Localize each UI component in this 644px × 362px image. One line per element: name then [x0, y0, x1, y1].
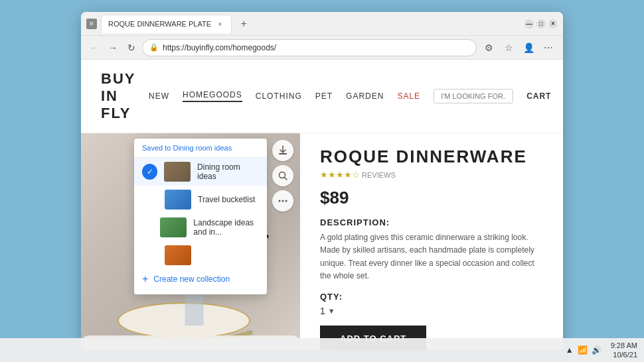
refresh-button[interactable]: ↻	[123, 40, 139, 56]
extra-spacer	[142, 247, 158, 263]
lock-icon: 🔒	[149, 43, 159, 52]
tab-title: ROQUE DINNERWARE PLATE	[108, 20, 211, 28]
collection-name-dining: Dining room ideas	[197, 162, 259, 181]
selected-check-icon: ✓	[142, 164, 157, 180]
site-nav: NEW HOMEGOODS CLOTHING PET GARDEN SALE	[149, 90, 420, 102]
url-text: https://buyinfly.com/homegoods/	[163, 43, 276, 52]
collection-item-extra[interactable]	[134, 241, 267, 269]
nav-new[interactable]: NEW	[149, 91, 169, 101]
new-tab-button[interactable]: +	[236, 16, 252, 32]
create-plus-icon: +	[142, 273, 148, 285]
save-popup-header: Saved to Dining room ideas	[134, 139, 267, 158]
product-image-area: Saved to Dining room ideas ✓ Dining room…	[81, 133, 300, 350]
description-text: A gold plating gives this ceramic dinner…	[320, 231, 543, 282]
browser-window: B ROQUE DINNERWARE PLATE × + — □ × ← → ↻…	[81, 12, 563, 350]
profile-button[interactable]: 👤	[519, 38, 538, 57]
more-options-button[interactable]	[272, 190, 293, 211]
browser-titlebar: B ROQUE DINNERWARE PLATE × + — □ ×	[81, 12, 563, 36]
network-icon: ▲	[566, 345, 574, 355]
toolbar-icons: ⚙ ☆ 👤 ⋯	[479, 38, 558, 57]
minimize-button[interactable]: —	[524, 19, 534, 29]
cart-button[interactable]: CART	[526, 91, 551, 101]
forward-button[interactable]: →	[105, 40, 121, 56]
svg-point-1	[280, 172, 285, 178]
travel-spacer	[142, 192, 158, 208]
search-input[interactable]	[434, 89, 513, 103]
back-button[interactable]: ←	[86, 40, 102, 56]
landscape-spacer	[142, 219, 153, 235]
create-collection-label: Create new collection	[153, 274, 230, 284]
qty-label: QTY:	[320, 292, 543, 302]
nav-clothing[interactable]: CLOTHING	[256, 91, 302, 101]
collection-name-landscape: Landscape ideas and in...	[193, 218, 259, 237]
product-layout: Saved to Dining room ideas ✓ Dining room…	[81, 133, 563, 350]
extensions-button[interactable]: ⚙	[479, 38, 498, 57]
travel-thumb	[165, 190, 191, 210]
qty-value: 1	[320, 306, 325, 316]
collection-item-landscape[interactable]: Landscape ideas and in...	[134, 213, 267, 241]
qty-chevron-icon[interactable]: ▼	[328, 307, 335, 315]
nav-sale[interactable]: SALE	[397, 91, 420, 101]
maximize-button[interactable]: □	[536, 19, 546, 29]
taskbar-date-display: 10/6/21	[611, 350, 637, 359]
create-collection-button[interactable]: + Create new collection	[134, 269, 267, 289]
wifi-icon: 📶	[578, 345, 588, 355]
taskbar-system-icons: ▲ 📶 🔊 9:28 AM 10/6/21	[566, 341, 637, 360]
save-popup: Saved to Dining room ideas ✓ Dining room…	[134, 139, 267, 294]
description-label: DESCRIPTION:	[320, 217, 543, 227]
page-content: BUY IN FLY NEW HOMEGOODS CLOTHING PET GA…	[81, 60, 563, 350]
save-image-button[interactable]	[272, 140, 293, 161]
svg-point-3	[282, 200, 284, 202]
product-price: $89	[320, 188, 543, 208]
product-info: ROQUE DINNERWARE ★★★★☆ REVIEWS $89 DESCR…	[300, 133, 563, 350]
nav-garden[interactable]: GARDEN	[346, 91, 384, 101]
favorites-button[interactable]: ☆	[499, 38, 518, 57]
plate-decoration	[118, 302, 250, 339]
nav-homegoods[interactable]: HOMEGOODS	[183, 90, 242, 102]
browser-tab[interactable]: ROQUE DINNERWARE PLATE ×	[101, 15, 232, 33]
browser-toolbar: ← → ↻ 🔒 https://buyinfly.com/homegoods/ …	[81, 36, 563, 60]
svg-point-4	[285, 200, 287, 202]
taskbar-time-display: 9:28 AM	[611, 341, 637, 350]
address-bar[interactable]: 🔒 https://buyinfly.com/homegoods/	[142, 39, 477, 56]
image-overlay-buttons	[272, 140, 293, 211]
product-reviews[interactable]: ★★★★☆ REVIEWS	[320, 170, 543, 180]
svg-rect-0	[279, 153, 287, 154]
taskbar: ▲ 📶 🔊 9:28 AM 10/6/21	[0, 338, 644, 362]
site-logo[interactable]: BUY IN FLY	[101, 70, 135, 122]
dining-room-thumb	[164, 162, 191, 182]
svg-point-2	[279, 200, 281, 202]
taskbar-datetime: 9:28 AM 10/6/21	[611, 341, 637, 360]
saved-collection-link[interactable]: Dining room ideas	[173, 144, 232, 152]
collection-name-travel: Travel bucketlist	[198, 195, 255, 204]
extra-thumb	[165, 245, 191, 265]
tab-close-button[interactable]: ×	[215, 19, 224, 29]
sound-icon: 🔊	[592, 345, 602, 355]
collection-item-travel[interactable]: Travel bucketlist	[134, 186, 267, 213]
close-button[interactable]: ×	[548, 19, 558, 29]
browser-favicon: B	[86, 19, 97, 29]
nav-pet[interactable]: PET	[315, 91, 333, 101]
site-header: BUY IN FLY NEW HOMEGOODS CLOTHING PET GA…	[81, 60, 563, 133]
reviews-label[interactable]: REVIEWS	[362, 171, 396, 179]
qty-selector[interactable]: 1 ▼	[320, 306, 543, 316]
more-button[interactable]: ⋯	[539, 38, 558, 57]
landscape-thumb	[160, 217, 187, 237]
product-title: ROQUE DINNERWARE	[320, 147, 543, 167]
collection-item-dining[interactable]: ✓ Dining room ideas	[134, 158, 267, 186]
saved-to-prefix: Saved to	[142, 144, 171, 152]
zoom-button[interactable]	[272, 165, 293, 186]
